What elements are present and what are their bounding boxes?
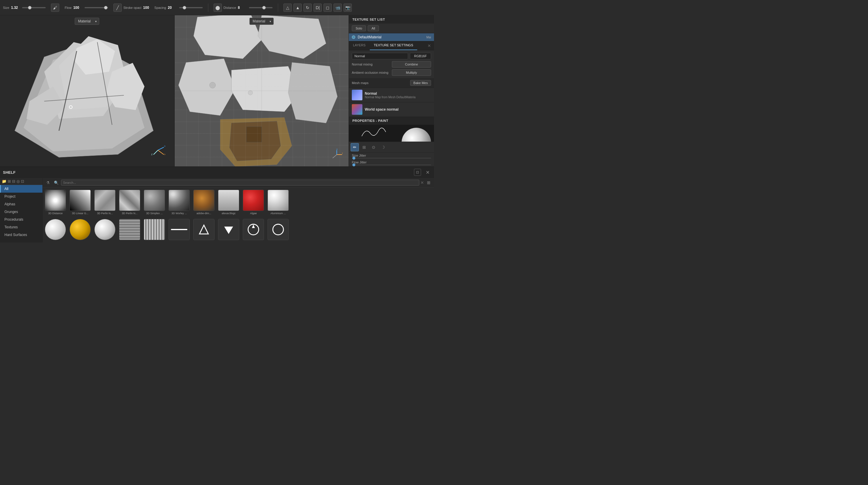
shelf-item-alexav3[interactable]: alexav3logc	[217, 189, 240, 216]
shelf-item-ball1[interactable]	[44, 218, 67, 242]
shelf-item-adobe-dim[interactable]: adobe-dim...	[192, 189, 215, 216]
multiply-button[interactable]: Multiply	[392, 69, 431, 76]
default-material-item[interactable]: DefaultMaterial Mai	[349, 33, 434, 41]
shelf-filter-btn[interactable]: ⚗	[44, 179, 52, 186]
shelf-search-btn[interactable]: 🔍	[53, 179, 60, 186]
brush-tab-pattern[interactable]: ⊞	[360, 143, 368, 151]
size-jitter-slider[interactable]	[352, 158, 431, 159]
thumb-ball3	[94, 219, 116, 240]
thumb-3d-perlin1	[94, 190, 116, 211]
brush-tab-flow[interactable]: ☽	[379, 143, 387, 151]
brush-tab-paint[interactable]: ✏	[351, 143, 359, 151]
shelf-item-3d-perlin1[interactable]: 3D Perlin N...	[93, 189, 116, 216]
shelf-item-3d-worley[interactable]: 3D Worley ...	[168, 189, 191, 216]
stroke-icon[interactable]: ╱	[114, 3, 122, 12]
tab-texture-set-settings[interactable]: TEXTURE SET SETTINGS	[370, 41, 417, 50]
solo-button[interactable]: Solo	[352, 25, 366, 31]
shelf-item-aluminium[interactable]: Aluminium ...	[267, 189, 290, 216]
shelf-window-btn[interactable]: ⊡	[414, 169, 421, 176]
shelf-item-3d-simplex[interactable]: 3D Simplex ...	[143, 189, 166, 216]
viewport-uv[interactable]: Material	[174, 15, 349, 166]
map-wsn-item[interactable]: World space normal	[349, 103, 434, 117]
shelf-nav-project[interactable]: Project	[0, 193, 42, 200]
shelf-nav-textures[interactable]: Textures	[0, 223, 42, 231]
thumb-lines	[144, 219, 165, 240]
shelf-item-ball3[interactable]	[93, 218, 116, 242]
viewport-right-dropdown[interactable]: Material	[249, 18, 274, 25]
viewport-3d[interactable]: Material	[0, 15, 174, 166]
map-normal-item[interactable]: Normal Normal Map from Mesh DefaultMater…	[349, 88, 434, 103]
screenshot-icon[interactable]: 📷	[344, 3, 352, 12]
distance-icon[interactable]: ⬤	[214, 3, 222, 12]
shelf-item-3d-linear[interactable]: 3D Linear G...	[69, 189, 92, 216]
shelf-search-input[interactable]	[61, 180, 419, 186]
svg-text:U: U	[342, 152, 343, 154]
scene-3d-svg	[0, 15, 174, 166]
folder-icon[interactable]: 📁	[2, 179, 6, 183]
camera-icon[interactable]: 📹	[334, 3, 342, 12]
normal-mixing-label: Normal mixing	[352, 62, 390, 66]
brush-icon[interactable]: 🖌	[51, 3, 59, 12]
normal-field[interactable]: Normal	[352, 53, 408, 59]
shelf-item-3d-perlin2[interactable]: 3D Perlin N...	[118, 189, 141, 216]
svg-line-33	[333, 154, 337, 158]
size-slider[interactable]	[22, 7, 46, 8]
item-label-adobe-dim: adobe-dim...	[196, 212, 211, 215]
shelf-close-btn[interactable]: ✕	[424, 169, 431, 176]
shelf-item-circle1[interactable]	[242, 218, 265, 242]
shelf-nav-alphas[interactable]: Alphas	[0, 200, 42, 208]
shelf-nav-all[interactable]: All	[0, 185, 42, 193]
flow-slider[interactable]	[85, 7, 108, 8]
shelf-nav-grunges[interactable]: Grunges	[0, 208, 42, 216]
svg-marker-41	[252, 225, 255, 228]
shelf-item-algae[interactable]: Algae	[242, 189, 265, 216]
thumb-3d-distance	[45, 190, 66, 211]
shelf-item-arrow1[interactable]	[192, 218, 215, 242]
size-value: 1.32	[11, 6, 20, 10]
shelf-item-lines[interactable]	[143, 218, 166, 242]
shelf-item-circle2[interactable]	[267, 218, 290, 242]
bake-mesh-button[interactable]: Bake Mes	[410, 80, 431, 86]
brush-tab-scatter[interactable]: ⊙	[370, 143, 378, 151]
export-icon[interactable]: ⊡	[21, 179, 24, 183]
thumb-ball2	[69, 219, 91, 240]
triangle-up-icon[interactable]: △	[283, 3, 292, 12]
shelf-item-stroke1[interactable]	[168, 218, 191, 242]
svg-text:X: X	[164, 145, 165, 147]
shelf-nav-procedurals[interactable]: Procedurals	[0, 216, 42, 223]
thumb-noise	[119, 219, 140, 240]
shelf-item-arrow2[interactable]	[217, 218, 240, 242]
shelf-item-ball2[interactable]	[69, 218, 92, 242]
thumb-stroke1	[168, 219, 190, 240]
import-icon[interactable]: ⊟	[12, 179, 15, 183]
shelf-search-clear[interactable]: ✕	[421, 180, 424, 185]
flow-jitter-label: Flow Jitter	[349, 160, 434, 164]
cube-icon[interactable]: ◻	[323, 3, 332, 12]
rotate-icon[interactable]: ↻	[304, 3, 312, 12]
shelf-item-3d-distance[interactable]: 3D Distance	[44, 189, 67, 216]
shelf-item-noise[interactable]	[118, 218, 141, 242]
shelf-toolbar: ⚗ 🔍 ✕ ⊞	[43, 178, 434, 188]
map-wsn-name: World space normal	[365, 107, 431, 112]
combine-button[interactable]: Combine	[392, 61, 431, 67]
new-folder-icon[interactable]: ⊞	[8, 179, 11, 183]
triangle-fill-icon[interactable]: ▲	[293, 3, 302, 12]
spacing-slider[interactable]	[179, 7, 203, 8]
grid-view-btn[interactable]: ⊞	[425, 179, 432, 186]
hide-icon[interactable]: ◎	[17, 179, 20, 183]
rgb-field[interactable]: RGB16F	[410, 53, 431, 59]
flow-jitter-slider[interactable]	[352, 165, 431, 165]
scene-uv: U V	[175, 15, 349, 166]
tab-layers[interactable]: LAYERS	[349, 41, 370, 50]
display-icon[interactable]: D|	[313, 3, 322, 12]
svg-point-42	[273, 224, 283, 235]
shelf-nav-hard-surfaces[interactable]: Hard Surfaces	[0, 231, 42, 239]
all-button[interactable]: All	[368, 25, 379, 31]
distance-slider[interactable]	[249, 7, 273, 8]
size-jitter-label: Size Jitter	[349, 153, 434, 157]
svg-marker-38	[199, 225, 208, 234]
thumb-arrow1	[193, 219, 215, 240]
shelf-grid-container: 3D Distance 3D Linear G... 3D Perlin N..…	[43, 188, 434, 242]
tab-close-btn[interactable]: ✕	[425, 41, 434, 50]
viewport-left-dropdown[interactable]: Material	[75, 18, 99, 25]
